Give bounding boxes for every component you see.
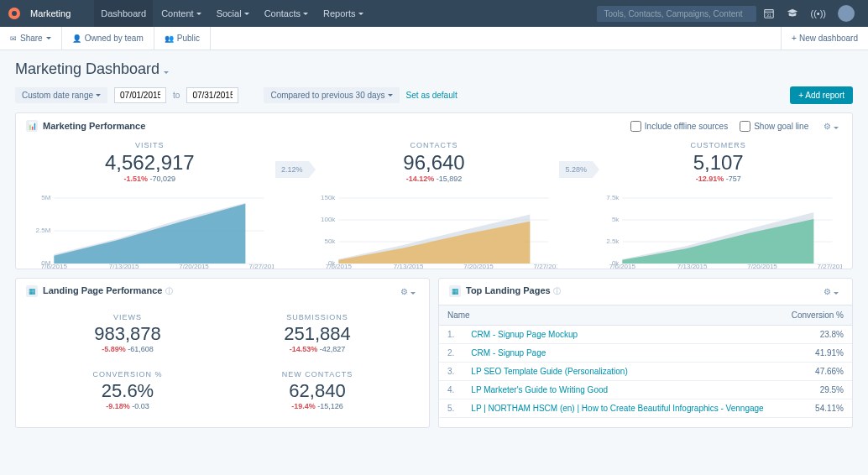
chevron-down-icon[interactable] <box>164 71 169 74</box>
top-nav: Marketing Dashboard Content Social Conta… <box>0 0 868 27</box>
new-dashboard-button[interactable]: +New dashboard <box>781 27 868 50</box>
info-icon[interactable]: ⓘ <box>165 287 173 295</box>
chevron-down-icon <box>388 94 393 97</box>
nav-item-dashboard[interactable]: Dashboard <box>94 0 153 27</box>
metric-delta: -14.53% -42,827 <box>239 345 395 353</box>
tab-share[interactable]: ✉Share <box>0 27 62 50</box>
chevron-down-icon <box>358 13 363 15</box>
metric-value: 62,840 <box>239 382 395 400</box>
chevron-down-icon <box>81 13 86 15</box>
col-conversion: Conversion % <box>781 305 852 326</box>
brand[interactable]: Marketing <box>8 0 86 27</box>
conversion-value: 41.91% <box>781 344 852 363</box>
date-range-dropdown[interactable]: Custom date range <box>15 87 107 103</box>
calendar-icon[interactable]: 31 <box>758 0 780 27</box>
row-index: 2. <box>439 344 463 363</box>
hubspot-icon <box>8 8 20 19</box>
panel-title: Top Landing Pages ⓘ <box>466 285 561 297</box>
show-goal-checkbox[interactable]: Show goal line <box>740 121 808 132</box>
svg-text:7/13/2015: 7/13/2015 <box>677 263 708 269</box>
metric-value: 983,878 <box>50 325 206 343</box>
area-chart: 0M2.5M5M7/6/20157/13/20157/20/20157/27/2… <box>26 188 274 269</box>
svg-text:2.5k: 2.5k <box>607 238 620 245</box>
area-chart: 0k50k100k150k7/6/20157/13/20157/20/20157… <box>311 188 558 269</box>
brand-label: Marketing <box>24 0 77 27</box>
chevron-down-icon <box>46 37 51 39</box>
svg-text:7/20/2015: 7/20/2015 <box>179 263 209 269</box>
marketing-performance-panel: 📊 Marketing Performance Include offline … <box>15 112 853 269</box>
funnel-arrow: 5.28% <box>557 141 594 269</box>
funnel-metric: CONTACTS 96,640 -14.12% -15,892 0k50k100… <box>311 141 558 269</box>
table-row: 1.CRM - Signup Page Mockup23.8% <box>439 326 852 344</box>
person-icon: 👤 <box>72 34 81 43</box>
nav-item-content[interactable]: Content <box>154 0 208 27</box>
metric-label: CONTACTS <box>410 141 458 149</box>
svg-text:2.5M: 2.5M <box>36 227 51 234</box>
chevron-down-icon <box>244 13 249 15</box>
landing-page-link[interactable]: CRM - Signup Page <box>463 344 781 363</box>
compare-dropdown[interactable]: Compared to previous 30 days <box>264 87 399 103</box>
svg-text:7/6/2015: 7/6/2015 <box>41 263 68 269</box>
chevron-down-icon <box>96 94 101 97</box>
academy-icon[interactable] <box>782 0 803 27</box>
broadcast-icon[interactable]: ((•)) <box>805 0 831 27</box>
metric-label: VIEWS <box>50 313 206 321</box>
metric-delta: -12.91% -757 <box>696 175 741 183</box>
row-index: 5. <box>439 399 463 418</box>
svg-text:7/6/2015: 7/6/2015 <box>609 263 636 269</box>
add-report-button[interactable]: + Add report <box>790 86 853 104</box>
tab-public[interactable]: 👥Public <box>154 27 211 50</box>
set-default-link[interactable]: Set as default <box>406 91 458 100</box>
gear-icon[interactable]: ⚙ <box>820 287 842 296</box>
nav-item-social[interactable]: Social <box>210 0 256 27</box>
metric-delta: -5.89% -61,608 <box>50 345 206 353</box>
landing-page-link[interactable]: LP SEO Template Guide (Personalization) <box>463 363 781 381</box>
user-avatar[interactable] <box>833 0 860 27</box>
info-icon[interactable]: ⓘ <box>553 287 561 295</box>
include-offline-checkbox[interactable]: Include offline sources <box>630 121 728 132</box>
metric-value: 251,884 <box>239 325 395 343</box>
metric-delta: -14.12% -15,892 <box>406 175 463 183</box>
top-landing-pages-panel: ▦ Top Landing Pages ⓘ ⚙ NameConversion %… <box>438 278 853 428</box>
metric-delta: -19.4% -15,126 <box>239 402 395 410</box>
svg-text:5M: 5M <box>41 194 50 201</box>
gear-icon[interactable]: ⚙ <box>820 122 842 131</box>
svg-text:31: 31 <box>767 13 772 18</box>
landing-page-link[interactable]: LP | NORTHAM HSCM (en) | How to Create B… <box>463 399 781 418</box>
conversion-value: 54.11% <box>781 399 852 418</box>
to-label: to <box>173 91 180 100</box>
lp-metric: NEW CONTACTS 62,840 -19.4% -15,126 <box>239 370 395 410</box>
svg-text:7/13/2015: 7/13/2015 <box>394 263 424 269</box>
svg-text:7/6/2015: 7/6/2015 <box>325 263 352 269</box>
funnel-arrow: 2.12% <box>274 141 311 269</box>
svg-text:7/20/2015: 7/20/2015 <box>748 263 778 269</box>
svg-text:7.5k: 7.5k <box>607 194 620 201</box>
table-row: 5.LP | NORTHAM HSCM (en) | How to Create… <box>439 399 852 418</box>
metric-value: 4,562,917 <box>105 153 195 173</box>
metric-value: 25.6% <box>50 382 206 400</box>
nav-item-contacts[interactable]: Contacts <box>258 0 315 27</box>
landing-page-link[interactable]: LP Marketer's Guide to Writing Good <box>463 381 781 399</box>
metric-label: SUBMISSIONS <box>239 313 395 321</box>
nav-item-reports[interactable]: Reports <box>316 0 370 27</box>
table-row: 2.CRM - Signup Page41.91% <box>439 344 852 363</box>
page-icon: ▦ <box>449 285 461 297</box>
table-row: 4.LP Marketer's Guide to Writing Good29.… <box>439 381 852 399</box>
conversion-value: 29.5% <box>781 381 852 399</box>
top-landing-pages-table: NameConversion % 1.CRM - Signup Page Moc… <box>439 305 852 418</box>
panel-title: Landing Page Performance ⓘ <box>43 285 173 297</box>
landing-page-link[interactable]: CRM - Signup Page Mockup <box>463 326 781 344</box>
lp-metric: SUBMISSIONS 251,884 -14.53% -42,827 <box>239 313 395 353</box>
landing-page-performance-panel: ▦ Landing Page Performance ⓘ ⚙ VIEWS 983… <box>15 278 430 428</box>
metric-value: 96,640 <box>403 153 464 173</box>
gear-icon[interactable]: ⚙ <box>397 287 419 296</box>
svg-text:7/27/2015: 7/27/2015 <box>818 263 842 269</box>
svg-text:150k: 150k <box>321 194 336 201</box>
date-to-input[interactable] <box>186 87 238 103</box>
search-input[interactable] <box>597 6 756 22</box>
tab-owned[interactable]: 👤Owned by team <box>62 27 154 50</box>
date-from-input[interactable] <box>114 87 166 103</box>
sub-nav: ✉Share 👤Owned by team 👥Public +New dashb… <box>0 27 868 50</box>
funnel-metric: VISITS 4,562,917 -1.51% -70,029 0M2.5M5M… <box>26 141 274 269</box>
people-icon: 👥 <box>165 34 174 43</box>
